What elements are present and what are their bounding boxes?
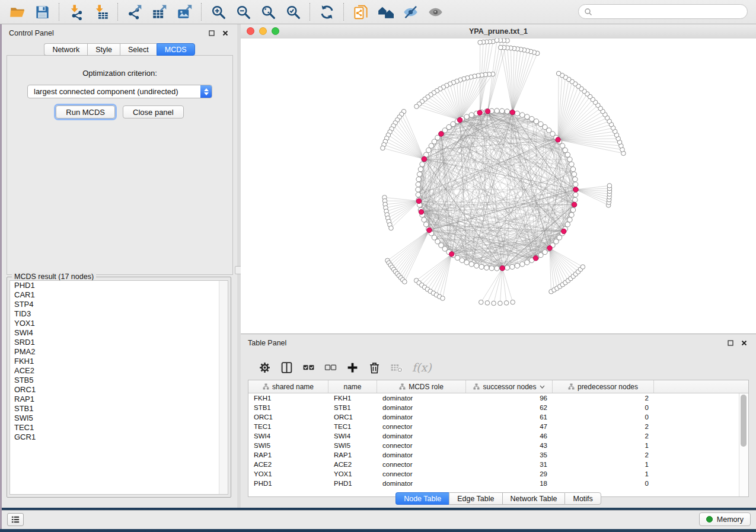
zoom-fit-icon[interactable] [256,2,280,22]
mcds-result-item[interactable]: SWI5 [10,414,228,423]
table-cell: RAP1 [328,451,377,459]
tab-style[interactable]: Style [87,43,120,56]
main-toolbar [0,0,756,24]
table-row[interactable]: STB1STB1dominator620 [248,403,739,412]
mcds-result-item[interactable]: SRD1 [10,338,228,347]
mcds-result-item[interactable]: TID3 [10,309,228,319]
mcds-result-item[interactable]: FKH1 [10,357,228,366]
first-neighbors-icon[interactable] [373,2,398,22]
run-mcds-button[interactable]: Run MCDS [56,105,115,118]
tab-node-table[interactable]: Node Table [395,492,449,505]
table-cell: SWI5 [328,442,377,449]
table-cell: 0 [553,480,654,487]
column-label: MCDS role [409,383,444,391]
table-row[interactable]: TEC1TEC1connector472 [248,422,739,431]
minimize-window-icon[interactable] [259,27,267,35]
table-row[interactable]: ACE2ACE2connector311 [248,460,739,469]
table-cell: dominator [377,451,466,459]
maximize-window-icon[interactable] [272,27,279,35]
column-header-mcds-role[interactable]: MCDS role [377,380,466,393]
function-builder-icon: f(x) [412,361,432,374]
table-row[interactable]: SWI4SWI4dominator462 [248,431,739,441]
optimization-criterion-select[interactable]: largest connected component (undirected) [27,85,212,98]
show-all-icon[interactable] [423,2,448,22]
split-panel-icon[interactable] [280,361,293,374]
mcds-result-item[interactable]: ORC1 [10,385,228,395]
table-row[interactable]: SWI5SWI5connector431 [248,441,739,450]
mcds-result-item[interactable]: YOX1 [10,319,228,328]
float-table-panel-icon[interactable] [726,338,735,348]
table-row[interactable]: YOX1YOX1connector291 [248,469,739,479]
table-cell: connector [377,423,466,430]
search-input[interactable] [592,5,747,18]
tab-network-table[interactable]: Network Table [502,492,565,505]
table-cell: FKH1 [328,395,377,402]
delete-column-icon[interactable] [368,361,381,374]
close-window-icon[interactable] [247,27,254,35]
close-panel-button[interactable]: Close panel [123,105,184,118]
import-network-icon[interactable] [63,2,88,22]
close-table-panel-icon[interactable] [739,338,749,348]
export-table-icon[interactable] [147,2,172,22]
table-scrollbar-thumb[interactable] [741,395,747,447]
search-box[interactable] [578,4,748,19]
table-row[interactable]: PHD1PHD1dominator180 [248,479,739,488]
table-cell: dominator [377,395,466,402]
column-header-name[interactable]: name [328,380,377,393]
column-header-predecessor-nodes[interactable]: predecessor nodes [553,380,654,393]
tab-mcds[interactable]: MCDS [157,43,195,56]
table-cell: 29 [466,470,553,477]
table-cell: 1 [553,470,654,477]
zoom-in-icon[interactable] [206,2,231,22]
close-panel-icon[interactable] [221,28,230,38]
table-cell: 0 [553,414,654,421]
network-window-titlebar[interactable]: YPA_prune.txt_1 [241,24,756,39]
refresh-icon[interactable] [314,2,339,22]
tab-edge-table[interactable]: Edge Table [449,492,502,505]
export-image-icon[interactable] [172,2,197,22]
table-scrollbar[interactable] [739,393,748,496]
memory-button[interactable]: Memory [699,512,751,526]
toolbar-separator [117,3,118,21]
tab-network[interactable]: Network [44,43,87,56]
add-column-icon[interactable] [346,361,359,374]
zoom-selected-icon[interactable] [280,2,305,22]
table-cell: 35 [466,451,553,459]
table-row[interactable]: ORC1ORC1dominator610 [248,412,739,422]
column-header-successor-nodes[interactable]: successor nodes [466,380,553,393]
tab-motifs[interactable]: Motifs [564,492,601,505]
table-row[interactable]: FKH1FKH1dominator962 [248,393,739,403]
task-history-button[interactable] [7,513,24,526]
network-canvas[interactable] [241,39,756,334]
table-cell: ORC1 [328,414,377,421]
float-panel-icon[interactable] [207,28,216,38]
column-header-shared-name[interactable]: shared name [248,380,328,393]
mcds-result-item[interactable]: CAR1 [10,290,228,300]
mcds-result-item[interactable]: STB5 [10,376,228,385]
import-table-icon[interactable] [88,2,113,22]
export-network-icon[interactable] [122,2,147,22]
mcds-result-item[interactable]: TEC1 [10,423,228,432]
tab-select[interactable]: Select [120,43,157,56]
select-all-icon[interactable] [302,361,315,374]
mcds-result-item[interactable]: GCR1 [10,432,228,442]
mcds-result-list[interactable]: PHD1CAR1STP4TID3YOX1SWI4SRD1PMA2FKH1ACE2… [9,280,228,495]
mcds-list-scrollbar[interactable] [219,281,228,494]
mcds-result-item[interactable]: PMA2 [10,347,228,357]
mcds-result-item[interactable]: SWI4 [10,328,228,338]
duplicate-network-icon[interactable] [348,2,373,22]
memory-label: Memory [717,515,744,524]
mcds-result-item[interactable]: ACE2 [10,366,228,376]
table-row[interactable]: RAP1RAP1dominator352 [248,450,739,460]
deselect-all-icon[interactable] [324,361,337,374]
mcds-result-item[interactable]: STP4 [10,300,228,309]
hide-selected-icon[interactable] [398,2,423,22]
mcds-result-item[interactable]: RAP1 [10,395,228,404]
mcds-result-item[interactable]: PHD1 [10,281,228,290]
open-session-icon[interactable] [5,2,30,22]
table-cell: connector [377,461,466,468]
zoom-out-icon[interactable] [231,2,256,22]
save-session-icon[interactable] [30,2,55,22]
settings-gear-icon[interactable] [259,361,271,374]
mcds-result-item[interactable]: STB1 [10,404,228,414]
